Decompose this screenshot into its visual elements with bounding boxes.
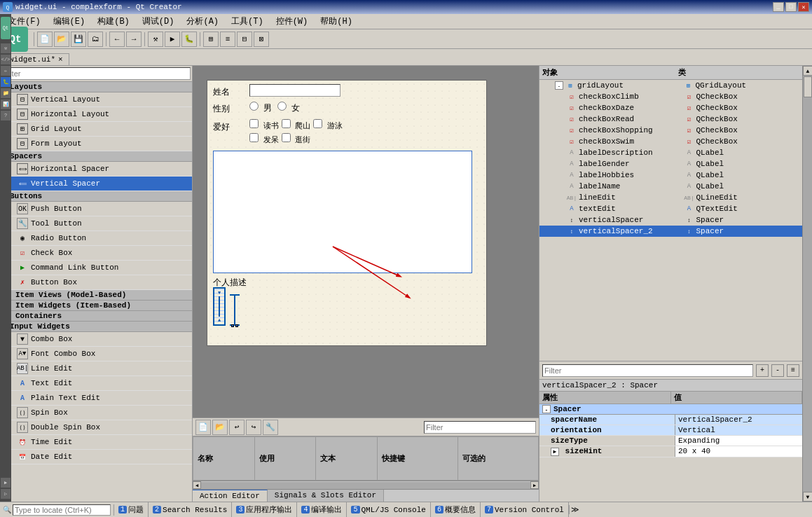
toolbar-build[interactable]: ⚒ [148,32,163,47]
toolbar-save-all[interactable]: 🗂 [88,32,103,47]
tree-item-labeldesc[interactable]: A labelDescription A QLabel [539,147,802,158]
tree-item-gridlayout[interactable]: - ⊞ gridLayout ⊞ QGridLayout [539,80,802,91]
action-undo[interactable]: ↩ [229,420,245,435]
tree-item-vspacer2[interactable]: ↕ verticalSpacer_2 ↕ Spacer [539,226,802,237]
toolbar-layout[interactable]: ⊠ [254,32,269,47]
tree-item-vspacer1[interactable]: ↕ verticalSpacer ↕ Spacer [539,214,802,226]
menu-tools[interactable]: 工具(T) [226,14,269,29]
menu-analyze[interactable]: 分析(A) [181,14,224,29]
status-tab-app-output[interactable]: 3 应用程序输出 [232,502,297,517]
tree-item-labelhobbies[interactable]: A labelHobbies A QLabel [539,170,802,181]
status-tab-vc[interactable]: 7 Version Control [481,502,569,517]
status-tab-issues[interactable]: 1 问题 [114,502,149,517]
sidebar-analyze[interactable]: 📊 [1,99,11,109]
status-tab-compile[interactable]: 4 编译输出 [297,502,347,517]
spacer-section-expand[interactable]: - [542,405,551,413]
menu-widgets[interactable]: 控件(W) [270,14,314,29]
toolbar-new[interactable]: 📄 [37,32,53,47]
tree-item-cbshopping[interactable]: ☑ checkBoxShopping ☑ QCheckBox [539,125,802,136]
sidebar-run[interactable]: ▶ [1,478,11,488]
props-filter-minus[interactable]: - [771,364,784,377]
widget-filter-input[interactable] [1,67,191,80]
status-tab-search-results[interactable]: 2 Search Results [149,502,232,517]
tree-item-labelgender[interactable]: A labelGender A QLabel [539,158,802,170]
maximize-button[interactable]: □ [785,2,797,12]
toolbar-align[interactable]: ≡ [220,32,235,47]
tab-widget-ui[interactable]: widget.ui* × [3,53,69,65]
widget-date-edit[interactable]: 📅 Date Edit [0,450,192,464]
tree-item-textedit[interactable]: A textEdit A QTextEdit [539,203,802,214]
expand-gridlayout[interactable]: - [555,81,563,90]
cb-daze[interactable]: 发呆 [249,133,279,145]
scroll-up[interactable]: ▲ [803,66,812,76]
status-search-input[interactable] [13,504,111,516]
tree-item-cbread[interactable]: ☑ checkBoxRead ☑ QCheckBox [539,113,802,125]
tree-item-cbswim[interactable]: ☑ checkBoxSwim ☑ QCheckBox [539,136,802,147]
cb-shop[interactable]: 逛街 [282,133,311,145]
gender-female[interactable]: 女 [277,102,300,114]
widget-time-edit[interactable]: ⏰ Time Edit [0,435,192,450]
scroll-left[interactable]: ◀ [193,481,201,489]
gender-male[interactable]: 男 [249,102,272,114]
props-filter-config[interactable]: ≡ [787,364,799,377]
category-buttons[interactable]: Buttons [0,191,192,202]
widget-vertical-spacer[interactable]: ⟸ Vertical Spacer [0,177,192,191]
sizehint-value[interactable]: 20 x 40 [675,446,802,457]
cb-climb[interactable]: 爬山 [282,119,311,131]
props-filter-add[interactable]: + [756,364,769,377]
widget-check-box[interactable]: ☑ Check Box [0,246,192,261]
sizetype-value[interactable]: Expanding [675,436,802,446]
sidebar-build[interactable]: ⚒ [1,43,11,53]
category-containers[interactable]: Containers [0,311,192,322]
tab-close-btn[interactable]: × [58,55,63,64]
widget-plain-text-edit[interactable]: A Plain Text Edit [0,391,192,406]
widget-grid-layout[interactable]: ⊞ Grid Layout [0,122,192,137]
category-spacers[interactable]: Spacers [0,151,192,162]
minimize-button[interactable]: _ [773,2,784,12]
sidebar-debug2[interactable]: ▷ [1,489,11,499]
status-tab-qml[interactable]: 5 QML/JS Console [347,502,430,517]
toolbar-form[interactable]: ⊟ [237,32,252,47]
sidebar-code[interactable]: </> [1,55,11,64]
cb-read[interactable]: 读书 [249,119,279,131]
category-layouts[interactable]: Layouts [0,82,192,92]
sidebar-projects[interactable]: 📁 [1,88,11,98]
widget-tool-button[interactable]: 🔧 Tool Button [0,216,192,231]
widget-font-combo-box[interactable]: A▼ Font Combo Box [0,347,192,361]
menu-help[interactable]: 帮助(H) [315,14,358,29]
close-button[interactable]: ✕ [798,2,809,12]
title-bar-buttons[interactable]: _ □ ✕ [773,2,809,12]
toolbar-forward[interactable]: → [126,32,142,47]
tree-item-cbdaze[interactable]: ☑ checkBoxDaze ☑ QCheckBox [539,102,802,113]
orientation-value[interactable]: Vertical [675,425,802,435]
properties-filter-input[interactable] [542,364,753,377]
tab-action-editor[interactable]: Action Editor [193,490,268,502]
scroll-thumb[interactable] [804,76,812,97]
category-input-widgets[interactable]: Input Widgets [0,322,192,332]
scroll-down[interactable]: ▼ [803,492,812,502]
category-item-views[interactable]: Item Views (Model-Based) [0,290,192,301]
qt-sidebar-icon[interactable]: Qt [1,17,11,39]
toolbar-back[interactable]: ← [109,32,125,47]
widget-horizontal-layout[interactable]: ⊟ Horizontal Layout [0,107,192,122]
action-open[interactable]: 📂 [212,420,228,435]
tab-signals-slots[interactable]: Signals & Slots Editor [268,490,384,502]
widget-line-edit[interactable]: AB| Line Edit [0,361,192,376]
form-canvas[interactable]: 姓名 性别 男 女 爱好 读书 爬山 游泳 [207,80,487,346]
toolbar-open[interactable]: 📂 [54,32,69,47]
tree-item-cbclimb[interactable]: ☑ checkBoxClimb ☑ QCheckBox [539,91,802,102]
menu-debug[interactable]: 调试(D) [137,14,180,29]
bottom-scrollbar[interactable]: ◀ ▶ [193,481,539,489]
sizehint-expand[interactable]: ▶ [551,448,559,456]
category-item-widgets[interactable]: Item Widgets (Item-Based) [0,301,192,311]
menu-build[interactable]: 构建(B) [92,14,135,29]
widget-spin-box[interactable]: ⟨⟩ Spin Box [0,406,192,420]
tree-item-lineedit[interactable]: AB| lineEdit AB| QLineEdit [539,192,802,203]
form-textarea[interactable] [213,151,472,273]
widget-form-layout[interactable]: ⊟ Form Layout [0,137,192,151]
cb-swim[interactable]: 游泳 [313,119,343,131]
widget-text-edit[interactable]: A Text Edit [0,376,192,391]
widget-button-box[interactable]: ✗ Button Box [0,275,192,290]
toolbar-grid[interactable]: ⊞ [203,32,219,47]
widget-command-link[interactable]: ▶ Command Link Button [0,261,192,275]
